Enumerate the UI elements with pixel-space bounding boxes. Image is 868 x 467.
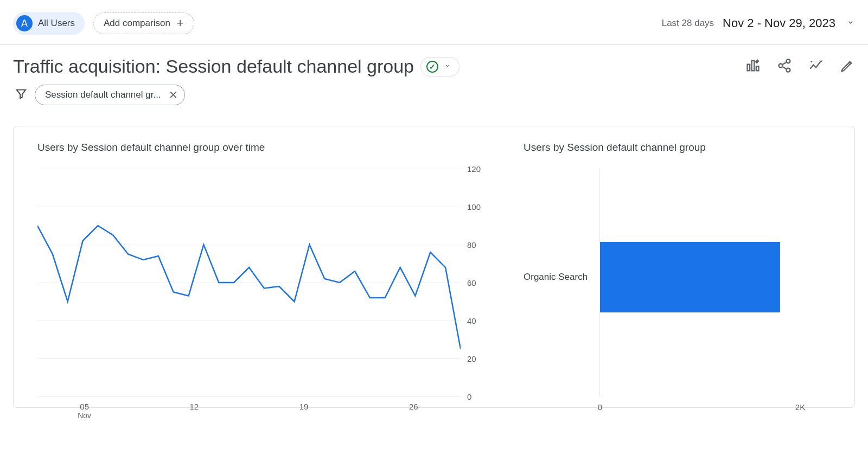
plus-icon: + [177, 17, 184, 29]
y-axis-tick: 20 [467, 354, 476, 363]
top-bar: A All Users Add comparison + Last 28 day… [0, 0, 868, 45]
y-axis-tick: 60 [467, 278, 476, 287]
charts-card: Users by Session default channel group o… [13, 126, 855, 408]
segment-label: All Users [38, 18, 75, 29]
y-axis-tick: 0 [467, 392, 471, 401]
bar-chart-title: Users by Session default channel group [524, 142, 833, 153]
date-prefix: Last 28 days [662, 18, 714, 29]
top-bar-left: A All Users Add comparison + [13, 12, 194, 35]
svg-line-7 [782, 66, 787, 69]
svg-rect-1 [752, 60, 755, 71]
y-axis-tick: 40 [467, 316, 476, 325]
close-icon[interactable]: ✕ [169, 88, 178, 101]
segment-chip-all-users[interactable]: A All Users [13, 12, 85, 35]
filter-chip-label: Session default channel gr... [45, 89, 161, 100]
filter-chip[interactable]: Session default channel gr... ✕ [35, 85, 185, 105]
add-comparison-button[interactable]: Add comparison + [93, 12, 194, 34]
date-range-text: Nov 2 - Nov 29, 2023 [723, 16, 835, 30]
chevron-down-icon [846, 18, 855, 29]
bar-plot-area: 02K [599, 169, 800, 396]
svg-rect-0 [748, 64, 750, 71]
svg-point-5 [787, 68, 790, 72]
x-axis-tick: 26 [409, 402, 418, 411]
x-axis-tick: 2K [795, 402, 805, 412]
segment-avatar: A [16, 15, 33, 31]
svg-rect-2 [756, 66, 759, 71]
line-chart-title: Users by Session default channel group o… [37, 142, 507, 153]
line-chart[interactable]: 02040608010012005Nov121926 [37, 169, 488, 396]
bar-rect [600, 242, 780, 312]
report-status-dropdown[interactable]: ✓ [420, 57, 459, 76]
title-actions [745, 58, 855, 75]
title-row: Traffic acquisition: Session default cha… [0, 45, 868, 77]
svg-point-3 [787, 59, 790, 63]
y-axis-tick: 80 [467, 240, 476, 250]
x-axis-tick: 05Nov [78, 402, 91, 420]
page-title: Traffic acquisition: Session default cha… [13, 56, 414, 77]
add-comparison-label: Add comparison [104, 18, 170, 29]
y-axis-tick: 100 [467, 202, 481, 212]
svg-point-4 [779, 63, 783, 67]
bar-category-label: Organic Search [524, 272, 588, 283]
line-series [37, 169, 461, 396]
x-axis-tick: 19 [299, 402, 309, 411]
date-range-picker[interactable]: Last 28 days Nov 2 - Nov 29, 2023 [662, 16, 855, 30]
x-axis-tick: 0 [598, 402, 602, 412]
bar-chart[interactable]: 02KOrganic Search [524, 169, 833, 396]
filter-row: Session default channel gr... ✕ [0, 77, 868, 110]
customize-report-icon[interactable] [745, 58, 761, 75]
check-circle-icon: ✓ [426, 61, 438, 73]
x-axis-tick: 12 [190, 402, 199, 411]
svg-line-6 [782, 62, 787, 65]
share-icon[interactable] [777, 58, 792, 75]
insights-icon[interactable] [808, 58, 824, 75]
chevron-down-icon [444, 62, 451, 72]
title-left: Traffic acquisition: Session default cha… [13, 56, 459, 77]
filter-funnel-icon[interactable] [15, 88, 27, 102]
edit-pencil-icon[interactable] [840, 58, 855, 75]
bar-chart-panel: Users by Session default channel group 0… [518, 142, 849, 396]
y-axis-tick: 120 [467, 164, 481, 174]
line-chart-panel: Users by Session default channel group o… [19, 142, 507, 396]
